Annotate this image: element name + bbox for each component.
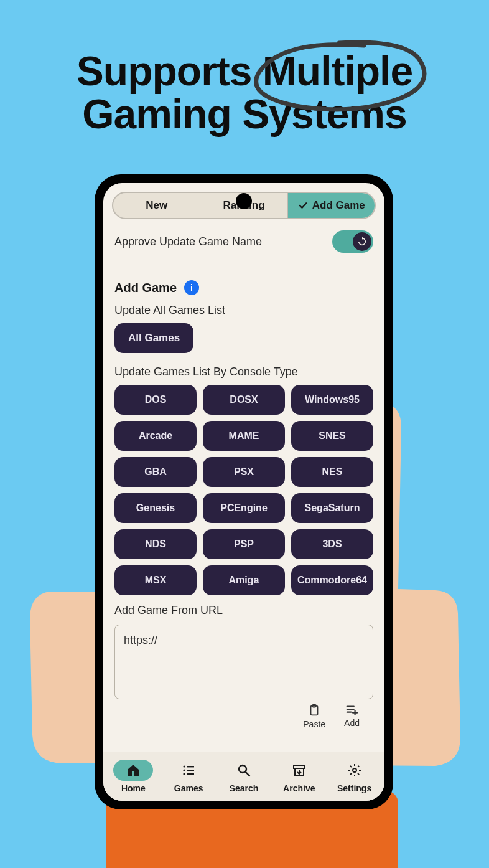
clipboard-icon: [307, 703, 321, 718]
add-button[interactable]: Add: [344, 703, 360, 729]
console-button-commodore64[interactable]: Commodore64: [291, 565, 373, 595]
console-button-nds[interactable]: NDS: [114, 529, 197, 559]
svg-rect-6: [187, 766, 194, 767]
nav-home[interactable]: Home: [106, 760, 161, 793]
paste-button[interactable]: Paste: [303, 703, 325, 729]
console-button-dos[interactable]: DOS: [114, 385, 197, 415]
phone-frame: New Ranking Add Game Approve Update Game…: [95, 174, 393, 809]
console-button-nes[interactable]: NES: [291, 457, 373, 487]
home-icon: [113, 760, 153, 781]
console-button-msx[interactable]: MSX: [114, 565, 197, 595]
console-button-snes[interactable]: SNES: [291, 421, 373, 451]
tab-add-game-label: Add Game: [312, 199, 365, 212]
console-button-dosx[interactable]: DOSX: [203, 385, 285, 415]
gear-icon: [335, 760, 375, 781]
console-button-gba[interactable]: GBA: [114, 457, 197, 487]
console-grid: DOSDOSXWindows95ArcadeMAMESNESGBAPSXNESG…: [114, 385, 373, 595]
svg-rect-7: [187, 770, 194, 771]
update-all-title: Update All Games List: [114, 304, 373, 317]
screen: New Ranking Add Game Approve Update Game…: [103, 183, 384, 801]
console-button-pcengine[interactable]: PCEngine: [203, 493, 285, 523]
console-button-windows95[interactable]: Windows95: [291, 385, 373, 415]
svg-point-3: [184, 765, 185, 767]
nav-games-label: Games: [174, 783, 203, 793]
console-button-3ds[interactable]: 3DS: [291, 529, 373, 559]
nav-search-label: Search: [230, 783, 259, 793]
nav-settings[interactable]: Settings: [327, 760, 382, 793]
nav-home-label: Home: [121, 783, 146, 793]
add-label: Add: [344, 718, 360, 728]
archive-icon: [279, 760, 319, 781]
url-placeholder: https://: [124, 634, 157, 646]
add-url-title: Add Game From URL: [114, 604, 373, 617]
paste-label: Paste: [303, 719, 325, 729]
nav-archive[interactable]: Archive: [271, 760, 327, 793]
camera-dot: [236, 193, 252, 209]
svg-point-4: [184, 769, 185, 771]
add-game-title: Add Game: [114, 281, 177, 295]
nav-settings-label: Settings: [337, 783, 371, 793]
hero-line2: Gaming Systems: [0, 93, 489, 136]
nav-archive-label: Archive: [283, 783, 315, 793]
console-button-arcade[interactable]: Arcade: [114, 421, 197, 451]
approve-toggle[interactable]: [332, 230, 373, 253]
approve-label: Approve Update Game Name: [114, 235, 262, 248]
svg-point-12: [353, 768, 356, 772]
nav-games[interactable]: Games: [161, 760, 217, 793]
hero-line1: Supports Multiple: [0, 50, 489, 93]
console-button-mame[interactable]: MAME: [203, 421, 285, 451]
check-icon: [297, 200, 309, 211]
url-input[interactable]: https://: [114, 625, 373, 699]
refresh-icon: [353, 232, 371, 251]
all-games-button[interactable]: All Games: [114, 323, 193, 353]
tab-new[interactable]: New: [113, 193, 200, 218]
svg-rect-8: [187, 773, 194, 775]
hero-heading: Supports Multiple Gaming Systems: [0, 50, 489, 136]
search-icon: [224, 760, 264, 781]
tab-add-game[interactable]: Add Game: [288, 193, 375, 218]
nav-search[interactable]: Search: [217, 760, 272, 793]
svg-point-5: [184, 773, 185, 775]
console-button-segasaturn[interactable]: SegaSaturn: [291, 493, 373, 523]
update-by-console-title: Update Games List By Console Type: [114, 366, 373, 379]
info-icon[interactable]: i: [184, 280, 199, 295]
console-button-psp[interactable]: PSP: [203, 529, 285, 559]
bottom-nav: Home Games Search Archive Settings: [103, 752, 384, 801]
console-button-amiga[interactable]: Amiga: [203, 565, 285, 595]
list-icon: [169, 760, 208, 781]
console-button-psx[interactable]: PSX: [203, 457, 285, 487]
add-list-icon: [345, 703, 360, 717]
console-button-genesis[interactable]: Genesis: [114, 493, 197, 523]
